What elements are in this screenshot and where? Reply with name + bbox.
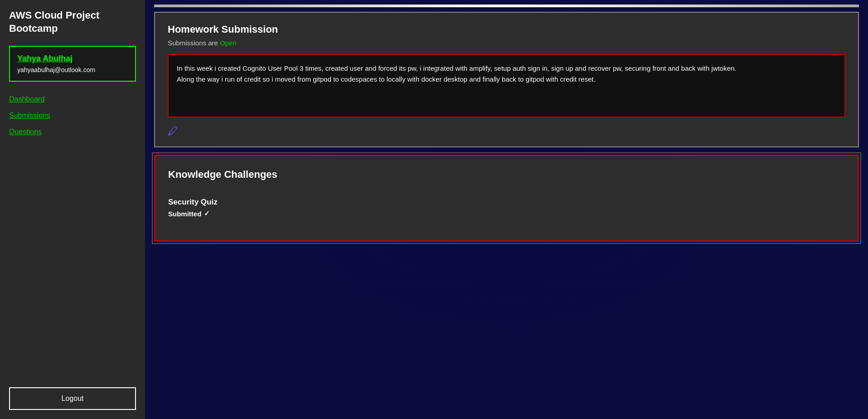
knowledge-card: Knowledge Challenges Security Quiz Submi… xyxy=(154,155,859,242)
submissions-status: Submissions are Open xyxy=(168,39,845,47)
sidebar: AWS Cloud Project Bootcamp Yahya Abulhaj… xyxy=(0,0,145,419)
quiz-name: Security Quiz xyxy=(168,198,845,207)
quiz-status-text: Submitted xyxy=(168,210,201,218)
submission-text-box[interactable]: In this week i created Cognito User Pool… xyxy=(168,54,845,117)
app-title: AWS Cloud Project Bootcamp xyxy=(9,9,136,35)
knowledge-title: Knowledge Challenges xyxy=(168,169,845,180)
quiz-item: Security Quiz Submitted ✓ xyxy=(168,193,845,222)
submit-icon: 🖊 xyxy=(168,125,179,137)
user-name[interactable]: Yahya Abulhaj xyxy=(17,54,128,63)
user-card: Yahya Abulhaj yahyaabulhaj@outlook.com xyxy=(9,46,136,82)
submissions-status-prefix: Submissions are xyxy=(168,39,220,47)
submission-content: In this week i created Cognito User Pool… xyxy=(177,64,737,83)
top-border-line xyxy=(154,5,859,7)
quiz-status: Submitted ✓ xyxy=(168,210,845,218)
nav-questions[interactable]: Questions xyxy=(9,128,136,136)
homework-title: Homework Submission xyxy=(168,24,845,35)
submissions-status-value: Open xyxy=(220,39,237,47)
logout-button[interactable]: Logout xyxy=(9,387,136,410)
homework-card: Homework Submission Submissions are Open… xyxy=(154,12,859,147)
main-content: Homework Submission Submissions are Open… xyxy=(145,0,868,419)
checkmark-icon: ✓ xyxy=(204,210,210,218)
nav-dashboard[interactable]: Dashboard xyxy=(9,95,136,103)
user-email: yahyaabulhaj@outlook.com xyxy=(17,66,128,73)
nav-submissions[interactable]: Submissions xyxy=(9,112,136,120)
nav-links: Dashboard Submissions Questions xyxy=(9,95,136,387)
